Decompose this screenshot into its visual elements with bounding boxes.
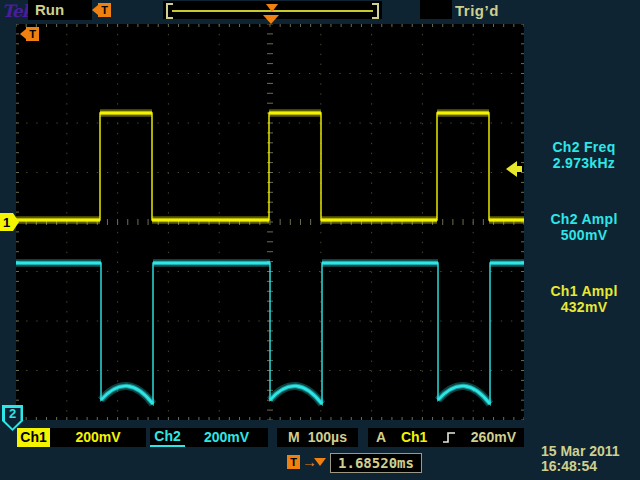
- trigger-status: Trig’d: [455, 2, 499, 19]
- rising-edge-icon: [442, 430, 456, 446]
- ch2-trace-line: [16, 263, 524, 404]
- ch1-trace-fuzz: [16, 113, 524, 220]
- arrow-tail: [517, 166, 522, 172]
- trigger-level-arrow-icon: [506, 161, 522, 177]
- ch1-scale-readout: 200mV: [50, 428, 146, 447]
- date: 15 Mar 2011: [541, 444, 640, 459]
- acquisition-status: Run: [35, 1, 64, 18]
- trigger-t-icon: T: [92, 3, 111, 17]
- trigger-readout: A Ch1 260mV: [368, 428, 524, 447]
- record-left-bracket-icon: [166, 3, 173, 19]
- acquisition-status-box: Run: [28, 0, 92, 20]
- measurement-value: 2.973kHz: [528, 155, 640, 171]
- trigger-t-icon-plot: T: [20, 27, 39, 41]
- timebase-readout: M 100µs: [277, 428, 358, 447]
- trigger-position-in-record-icon: [266, 4, 278, 12]
- timebase-value: 100µs: [308, 428, 347, 447]
- datetime-readout: 15 Mar 2011 16:48:54: [541, 444, 640, 474]
- ch1-trace-line: [16, 113, 524, 220]
- measurement-label: Ch2 Ampl: [528, 211, 640, 227]
- ch1-trace-core: [16, 113, 524, 220]
- ch1-trace: [16, 113, 524, 220]
- record-right-bracket-icon: [372, 3, 379, 19]
- trigger-delay-readout: 1.68520ms: [330, 453, 422, 473]
- trigger-letter: T: [26, 27, 39, 41]
- trigger-source: Ch1: [401, 428, 427, 447]
- ch2-trace: [16, 263, 524, 404]
- waveform-display: T: [16, 24, 524, 420]
- measurement-value: 500mV: [528, 227, 640, 243]
- measurement-label: Ch2 Freq: [528, 139, 640, 155]
- trigger-delay-t-icon: T: [287, 455, 300, 469]
- trigger-letter: T: [287, 455, 300, 469]
- ch2-scale-readout: 200mV: [185, 428, 268, 447]
- trigger-position-marker-icon: [263, 15, 279, 24]
- ch2-label-badge: Ch2: [150, 428, 185, 447]
- time: 16:48:54: [541, 459, 640, 474]
- measurement-ch2-freq: Ch2 Freq 2.973kHz: [528, 139, 640, 171]
- trigger-level-value: 260mV: [471, 428, 516, 447]
- ch1-marker-tip-icon: [13, 213, 19, 231]
- message-box: [420, 0, 452, 19]
- arrow-head: [506, 161, 517, 177]
- ch1-label-badge: Ch1: [17, 428, 50, 447]
- measurement-ch2-ampl: Ch2 Ampl 500mV: [528, 211, 640, 243]
- measurement-value: 432mV: [528, 299, 640, 315]
- ch1-marker-label: 1: [0, 213, 13, 231]
- trigger-letter: T: [98, 3, 111, 17]
- waveform-svg: [16, 24, 524, 420]
- measurement-label: Ch1 Ampl: [528, 283, 640, 299]
- ch1-trace-glow: [16, 113, 524, 220]
- delay-marker-icon: [314, 458, 326, 466]
- ch1-ground-marker: 1: [0, 213, 19, 231]
- timebase-label: M: [288, 428, 300, 447]
- trigger-mode-label: A: [376, 428, 386, 447]
- measurement-ch1-ampl: Ch1 Ampl 432mV: [528, 283, 640, 315]
- ch2-marker-label: 2: [2, 406, 23, 421]
- oscilloscope-screen: Tek Run T Trig’d: [0, 0, 640, 480]
